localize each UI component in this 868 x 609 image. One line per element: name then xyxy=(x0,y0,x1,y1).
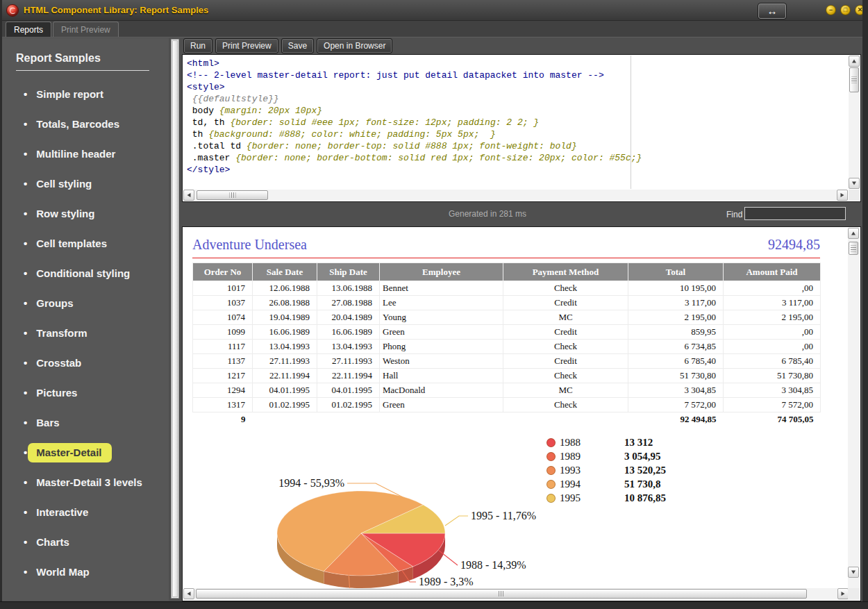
sidebar-item-cell-templates[interactable]: •Cell templates xyxy=(2,228,169,258)
table-cell: 51 730,80 xyxy=(628,369,724,383)
generated-time-label: Generated in 281 ms xyxy=(182,209,793,219)
sidebar-item-transform[interactable]: •Transform xyxy=(2,318,169,348)
tab-print-preview[interactable]: Print Preview xyxy=(53,22,119,37)
editor-margin-line xyxy=(631,56,631,189)
sidebar-item-interactive[interactable]: •Interactive xyxy=(2,497,169,527)
resize-button[interactable]: ↔ xyxy=(758,3,787,19)
legend-swatch-icon xyxy=(546,494,556,503)
preview-hscrollbar[interactable] xyxy=(183,588,849,600)
sidebar-item-world-map[interactable]: •World Map xyxy=(2,557,169,587)
sidebar-item-groups[interactable]: •Groups xyxy=(2,288,169,318)
table-cell: Check xyxy=(503,281,628,296)
sidebar-scrollbar-thumb[interactable] xyxy=(172,40,178,597)
preview-scroll-down-button[interactable] xyxy=(848,567,859,578)
editor-scroll-up-button[interactable] xyxy=(849,56,860,67)
tab-reports[interactable]: Reports xyxy=(6,22,51,37)
toolbar-button-open-in-browser[interactable]: Open in Browser xyxy=(317,38,392,53)
code-line: body {margin: 20px 10px} xyxy=(187,105,848,117)
toolbar-button-run[interactable]: Run xyxy=(183,38,212,53)
pie-slice-label: 1995 - 11,76% xyxy=(471,510,536,522)
sidebar-item-pictures[interactable]: •Pictures xyxy=(2,378,169,408)
pie-slice xyxy=(361,533,413,572)
editor-vscroll-thumb[interactable] xyxy=(849,67,859,92)
bullet-icon: • xyxy=(24,536,27,548)
minimize-icon: – xyxy=(829,6,833,13)
table-cell: 12.06.1988 xyxy=(253,281,317,296)
editor-hscrollbar[interactable] xyxy=(183,190,848,201)
sidebar-item-conditional-styling[interactable]: •Conditional styling xyxy=(2,258,169,288)
sidebar-item-row-styling[interactable]: •Row styling xyxy=(2,199,169,228)
editor-scroll-down-button[interactable] xyxy=(849,178,860,189)
report-master-header: Adventure Undersea 92494,85 xyxy=(192,237,820,258)
preview-scroll-left-button[interactable] xyxy=(183,588,194,599)
table-cell: Credit xyxy=(503,296,628,310)
sidebar-item-master-detail[interactable]: •Master-Detail xyxy=(2,437,169,467)
table-total-cell xyxy=(380,412,503,427)
report-table: Order NoSale DateShip DateEmployeePaymen… xyxy=(192,262,821,427)
editor-hscroll-thumb[interactable] xyxy=(197,190,268,200)
pie-label-leader-line xyxy=(438,550,458,565)
sidebar-heading: Report Samples xyxy=(16,52,149,71)
table-cell: 6 785,40 xyxy=(724,354,821,369)
sidebar: Report Samples •Simple report•Totals, Ba… xyxy=(2,38,169,601)
table-cell: 16.06.1989 xyxy=(253,325,317,340)
sidebar-item-charts[interactable]: •Charts xyxy=(2,527,169,557)
legend-value: 13 312 xyxy=(624,437,653,449)
table-cell: Credit xyxy=(503,325,628,340)
minimize-button[interactable]: – xyxy=(826,5,836,15)
pie-slice-label: 1989 - 3,3% xyxy=(419,576,474,587)
table-header-row: Order NoSale DateShip DateEmployeePaymen… xyxy=(193,263,821,281)
code-line: </style> xyxy=(187,164,848,176)
legend-swatch-icon xyxy=(546,452,556,461)
sidebar-item-cell-styling[interactable]: •Cell styling xyxy=(2,169,169,199)
toolbar-button-print-preview[interactable]: Print Preview xyxy=(215,38,278,53)
code-editor-text[interactable]: <html><!-- 2-level master-detail report:… xyxy=(183,56,848,189)
pie-slice-side xyxy=(324,572,398,588)
pie-slice-side xyxy=(277,533,324,584)
pie-slice xyxy=(361,505,445,533)
sidebar-item-master-detail-3-levels[interactable]: •Master-Detail 3 levels xyxy=(2,467,169,497)
table-cell: 13.04.1993 xyxy=(317,340,380,354)
sidebar-item-totals-barcodes[interactable]: •Totals, Barcodes xyxy=(2,109,169,139)
table-cell: Green xyxy=(380,325,503,340)
maximize-button[interactable]: □ xyxy=(840,5,851,15)
sidebar-item-simple-report[interactable]: •Simple report xyxy=(2,79,169,109)
code-line: <style> xyxy=(187,81,848,93)
find-input[interactable] xyxy=(744,207,846,220)
sidebar-list: •Simple report•Totals, Barcodes•Multilin… xyxy=(2,79,169,587)
sidebar-item-label: Totals, Barcodes xyxy=(36,118,119,130)
legend-value: 3 054,95 xyxy=(624,451,661,462)
preview-scroll-up-button[interactable] xyxy=(848,228,859,239)
sidebar-item-bars[interactable]: •Bars xyxy=(2,408,169,437)
legend-year: 1994 xyxy=(560,478,624,490)
table-header-cell: Ship Date xyxy=(317,263,380,281)
preview-scroll-right-button[interactable] xyxy=(837,588,849,599)
legend-row: 199313 520,25 xyxy=(546,463,666,477)
find-label: Find xyxy=(726,210,742,219)
sidebar-item-label: Transform xyxy=(36,327,87,339)
table-cell: MC xyxy=(503,310,628,325)
sidebar-item-multiline-header[interactable]: •Multiline header xyxy=(2,139,169,169)
editor-scroll-right-button[interactable] xyxy=(837,190,848,201)
bullet-icon: • xyxy=(24,178,27,190)
sidebar-scrollbar[interactable] xyxy=(171,39,179,599)
arrow-right-icon xyxy=(842,592,845,596)
preview-vscrollbar[interactable] xyxy=(848,228,860,590)
table-cell: MacDonald xyxy=(380,383,503,398)
sidebar-item-label: Simple report xyxy=(36,88,103,100)
bullet-icon: • xyxy=(24,327,27,339)
table-cell: Check xyxy=(503,369,628,383)
preview-hscroll-thumb[interactable] xyxy=(196,589,807,599)
toolbar-button-save[interactable]: Save xyxy=(281,38,314,53)
legend-row: 19893 054,95 xyxy=(546,449,666,463)
sidebar-item-crosstab[interactable]: •Crosstab xyxy=(2,348,169,378)
window-title: HTML Component Library: Report Samples xyxy=(24,0,208,21)
editor-scrollbar-corner xyxy=(849,190,860,201)
table-total-cell: 92 494,85 xyxy=(628,412,724,427)
editor-vscrollbar[interactable] xyxy=(849,56,860,189)
table-cell: 2 195,00 xyxy=(724,310,821,325)
tab-bar: ReportsPrint Preview xyxy=(0,21,868,37)
editor-scroll-left-button[interactable] xyxy=(183,190,194,201)
preview-vscroll-thumb[interactable] xyxy=(849,242,858,255)
pie-slice-side xyxy=(413,533,445,579)
